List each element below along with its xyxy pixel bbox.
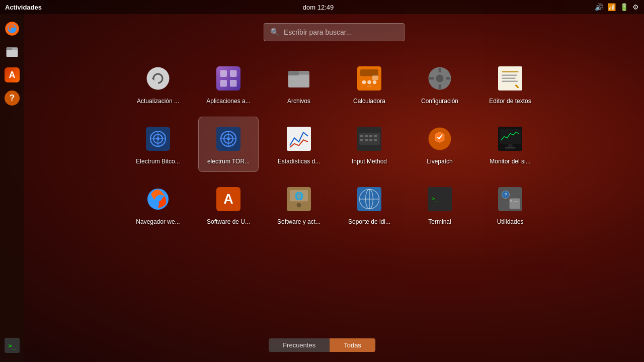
svg-rect-58 bbox=[508, 144, 513, 147]
svg-rect-8 bbox=[230, 70, 237, 77]
svg-point-5 bbox=[147, 67, 170, 90]
app-item-softwareact[interactable]: 🌐Software y act... bbox=[269, 177, 329, 232]
svg-text:?: ? bbox=[504, 192, 507, 197]
inputmethod-icon bbox=[353, 123, 385, 155]
svg-rect-13 bbox=[288, 71, 299, 75]
svg-point-17 bbox=[367, 80, 371, 84]
svg-text:🌐: 🌐 bbox=[294, 192, 304, 201]
search-container: 🔍 Escribir para buscar... bbox=[264, 23, 405, 41]
svg-rect-50 bbox=[374, 135, 377, 138]
settings-tray-icon[interactable]: ⚙ bbox=[632, 3, 639, 11]
software-label: Software de U... bbox=[207, 218, 250, 226]
app-item-livepatch[interactable]: Livepatch bbox=[410, 117, 470, 172]
monitor-label: Monitor del si... bbox=[490, 158, 530, 166]
softwareact-label: Software y act... bbox=[277, 218, 320, 226]
monitor-icon bbox=[494, 123, 526, 155]
svg-rect-10 bbox=[230, 80, 237, 87]
estadisticas-icon bbox=[283, 123, 315, 155]
bottom-tabs: Frecuentes Todas bbox=[269, 338, 375, 352]
soporte-label: Soporte de idi... bbox=[348, 218, 390, 226]
terminal-label: Terminal bbox=[428, 218, 451, 226]
archivos-label: Archivos bbox=[287, 98, 310, 106]
svg-point-16 bbox=[362, 80, 366, 84]
sidebar-item-terminal[interactable]: >_ bbox=[2, 335, 23, 356]
tab-todas[interactable]: Todas bbox=[330, 338, 375, 352]
svg-rect-57 bbox=[500, 129, 521, 144]
configuracion-label: Configuración bbox=[421, 98, 458, 106]
app-item-calculadora[interactable]: +-÷Calculadora bbox=[339, 56, 399, 112]
app-item-actualizacion[interactable]: Actualización ... bbox=[128, 56, 188, 112]
svg-rect-19 bbox=[372, 75, 378, 80]
app-item-monitor[interactable]: Monitor del si... bbox=[480, 117, 540, 172]
svg-rect-49 bbox=[369, 135, 372, 138]
terminal-icon: >_ bbox=[424, 183, 456, 215]
datetime-label: dom 12:49 bbox=[303, 4, 334, 11]
svg-rect-59 bbox=[505, 147, 516, 149]
sidebar-item-firefox[interactable] bbox=[2, 18, 23, 39]
files-icon bbox=[5, 44, 20, 59]
configuracion-icon bbox=[424, 62, 456, 95]
top-bar: Actividades dom 12:49 🔊 📶 🔋 ⚙ bbox=[0, 0, 644, 14]
electrum-tor-label: electrum TOR... bbox=[207, 158, 250, 166]
livepatch-icon bbox=[424, 123, 456, 155]
app-item-configuracion[interactable]: Configuración bbox=[410, 56, 470, 112]
svg-text:>_: >_ bbox=[432, 195, 439, 202]
svg-rect-4 bbox=[7, 47, 12, 50]
svg-rect-47 bbox=[360, 135, 363, 138]
svg-rect-28 bbox=[502, 71, 519, 72]
app-item-soporte[interactable]: Soporte de idi... bbox=[339, 177, 399, 232]
svg-point-78 bbox=[510, 200, 512, 202]
app-item-aplicaciones[interactable]: Aplicaciones a... bbox=[198, 56, 259, 112]
app-item-terminal[interactable]: >_Terminal bbox=[410, 177, 470, 232]
app-item-navegador[interactable]: Navegador we... bbox=[128, 177, 188, 232]
utilidades-icon: ? bbox=[494, 183, 526, 215]
apps-grid: Actualización ...Aplicaciones a...Archiv… bbox=[125, 56, 543, 232]
network-icon: 🔊 bbox=[595, 3, 603, 11]
svg-rect-53 bbox=[369, 139, 372, 141]
sidebar-item-files[interactable] bbox=[2, 41, 23, 62]
aplicaciones-icon bbox=[212, 62, 245, 95]
electrum-tor-icon bbox=[212, 123, 245, 155]
app-item-electrum[interactable]: Electrum Bitco... bbox=[128, 117, 188, 172]
system-tray: 🔊 📶 🔋 ⚙ bbox=[595, 3, 639, 11]
app-item-estadisticas[interactable]: Estadísticas d... bbox=[269, 117, 329, 172]
firefox-icon bbox=[5, 21, 20, 36]
svg-rect-30 bbox=[502, 78, 516, 79]
svg-rect-12 bbox=[288, 75, 309, 88]
app-item-editor[interactable]: Editor de textos bbox=[480, 56, 540, 112]
sidebar: A ? >_ bbox=[0, 14, 24, 362]
app-item-archivos[interactable]: Archivos bbox=[269, 56, 329, 112]
actualizacion-label: Actualización ... bbox=[137, 98, 179, 106]
electrum-label: Electrum Bitco... bbox=[136, 158, 180, 166]
software-icon: A bbox=[212, 183, 245, 215]
sidebar-item-fonts[interactable]: A bbox=[2, 64, 23, 85]
search-bar[interactable]: 🔍 Escribir para buscar... bbox=[264, 23, 405, 41]
app-item-utilidades[interactable]: ?Utilidades bbox=[480, 177, 540, 232]
sidebar-item-help[interactable]: ? bbox=[2, 87, 23, 109]
svg-rect-54 bbox=[374, 139, 377, 141]
svg-point-18 bbox=[373, 80, 377, 84]
utilidades-label: Utilidades bbox=[497, 218, 524, 226]
main-content: 🔍 Escribir para buscar... Actualización … bbox=[24, 14, 644, 362]
font-icon: A bbox=[5, 67, 20, 82]
activities-label[interactable]: Actividades bbox=[5, 4, 42, 11]
svg-rect-52 bbox=[365, 139, 368, 141]
power-icon: 🔋 bbox=[620, 3, 628, 11]
svg-rect-29 bbox=[502, 75, 517, 76]
svg-rect-3 bbox=[7, 50, 18, 57]
navegador-label: Navegador we... bbox=[136, 218, 180, 226]
app-item-inputmethod[interactable]: Input Method bbox=[339, 117, 399, 172]
app-item-software[interactable]: ASoftware de U... bbox=[198, 177, 259, 232]
app-item-electrum-tor[interactable]: electrum TOR... bbox=[198, 117, 259, 172]
svg-rect-7 bbox=[220, 70, 227, 77]
svg-point-65 bbox=[297, 203, 301, 208]
editor-icon bbox=[494, 62, 526, 95]
calculadora-label: Calculadora bbox=[353, 98, 385, 106]
help-icon: ? bbox=[5, 90, 20, 106]
softwareact-icon: 🌐 bbox=[283, 183, 315, 215]
svg-rect-6 bbox=[216, 66, 240, 90]
tab-frecuentes[interactable]: Frecuentes bbox=[269, 338, 330, 352]
editor-label: Editor de textos bbox=[489, 98, 531, 106]
search-icon: 🔍 bbox=[270, 28, 280, 37]
volume-icon: 📶 bbox=[607, 3, 616, 11]
